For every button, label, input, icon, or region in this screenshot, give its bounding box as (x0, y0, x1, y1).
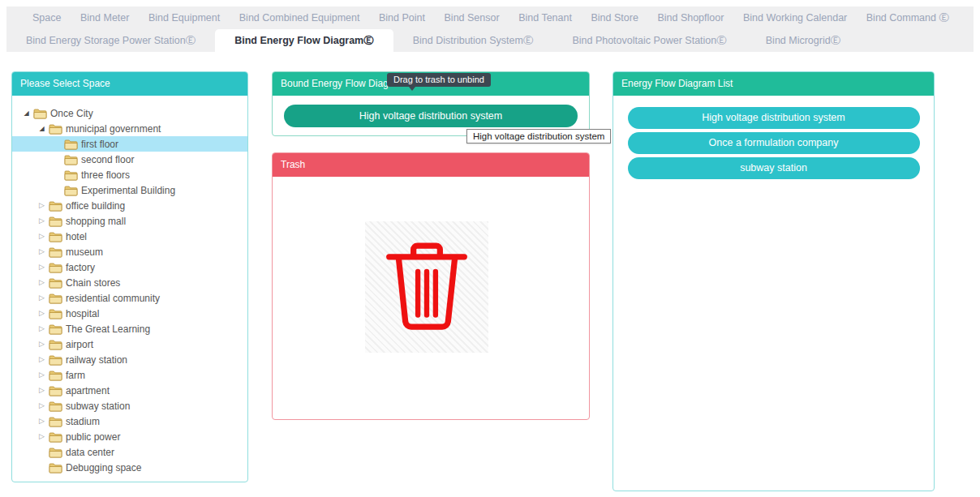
folder-icon (64, 169, 78, 181)
tab-bind-shopfloor[interactable]: Bind Shopfloor (657, 6, 724, 29)
tab-bind-energy-flow-diagram[interactable]: Bind Energy Flow DiagramⒺ (215, 29, 393, 52)
expand-toggle-icon[interactable]: ▷ (36, 275, 48, 290)
folder-icon (64, 139, 78, 150)
tree-node-shopping-mall[interactable]: ▷shopping mall (12, 213, 247, 229)
tab-bind-command[interactable]: Bind Command Ⓔ (866, 6, 949, 29)
tree-node-factory[interactable]: ▷factory (12, 259, 247, 275)
expand-toggle-icon[interactable]: ▷ (36, 290, 48, 306)
drag-hint-tooltip: Drag to trash to unbind (387, 73, 491, 87)
folder-icon (49, 431, 62, 443)
tree-node-label: hospital (66, 308, 99, 319)
tree-node-label: Experimental Building (81, 185, 175, 196)
tab-bind-equipment[interactable]: Bind Equipment (148, 6, 220, 29)
tree-node-chain-stores[interactable]: ▷Chain stores (12, 275, 247, 290)
tab-bind-working-calendar[interactable]: Bind Working Calendar (743, 6, 847, 29)
folder-icon (49, 123, 62, 135)
tree-node-label: residential community (66, 293, 160, 304)
tree-node-label: museum (66, 246, 103, 258)
tree-node-stadium[interactable]: ▷stadium (12, 413, 247, 429)
tab-bind-store[interactable]: Bind Store (591, 6, 638, 29)
tree-node-first-floor[interactable]: first floor (12, 136, 247, 152)
tab-bind-microgrid[interactable]: Bind MicrogridⒺ (746, 29, 860, 52)
expand-toggle-icon[interactable]: ▷ (36, 336, 48, 352)
list-panel-title: Energy Flow Diagram List (613, 72, 934, 96)
tree-node-museum[interactable]: ▷museum (12, 244, 247, 259)
tree-node-experimental-building[interactable]: Experimental Building (12, 182, 247, 198)
folder-icon (49, 293, 62, 304)
folder-icon (49, 385, 62, 396)
folder-icon (64, 185, 78, 196)
tree-node-office-building[interactable]: ▷office building (12, 198, 247, 213)
folder-icon (49, 262, 62, 273)
tree-node-apartment[interactable]: ▷apartment (12, 383, 247, 398)
expand-toggle-icon[interactable]: ▷ (36, 352, 48, 367)
tab-bind-photovoltaic-power-station[interactable]: Bind Photovoltaic Power StationⒺ (552, 29, 746, 52)
tree-node-farm[interactable]: ▷farm (12, 367, 247, 383)
tab-bind-energy-storage-power-station[interactable]: Bind Energy Storage Power StationⒺ (6, 29, 215, 52)
tree-node-data-center[interactable]: data center (12, 444, 247, 460)
tab-space[interactable]: Space (32, 6, 61, 29)
diagram-item-subway-station[interactable]: subway station (628, 157, 920, 179)
trash-icon (379, 235, 475, 339)
tab-bind-tenant[interactable]: Bind Tenant (518, 6, 572, 29)
expand-toggle-icon[interactable]: ▷ (36, 213, 48, 229)
tree-node-label: factory (66, 262, 95, 273)
folder-icon (49, 231, 62, 242)
folder-icon (49, 462, 62, 473)
hover-tooltip: High voltage distribution system (466, 129, 611, 144)
folder-icon (33, 108, 47, 119)
tree-node-residential-community[interactable]: ▷residential community (12, 290, 247, 306)
tree-node-label: apartment (66, 385, 110, 396)
diagram-item-once-a-formulation-company[interactable]: Once a formulation company (628, 132, 920, 154)
expand-toggle-icon[interactable]: ▷ (36, 244, 48, 259)
tab-bind-sensor[interactable]: Bind Sensor (445, 6, 500, 29)
diagram-item-high-voltage-distribution-system[interactable]: High voltage distribution system (628, 107, 920, 129)
expand-toggle-icon[interactable]: ▷ (36, 429, 48, 444)
expand-toggle-icon[interactable]: ▷ (36, 383, 48, 398)
tab-bind-distribution-system[interactable]: Bind Distribution SystemⒺ (393, 29, 553, 52)
expand-toggle-icon[interactable]: ▷ (36, 321, 48, 336)
tab-bind-meter[interactable]: Bind Meter (80, 6, 129, 29)
tree-node-label: farm (66, 370, 85, 381)
tree-node-airport[interactable]: ▷airport (12, 336, 247, 352)
collapse-toggle-icon[interactable]: ◢ (36, 121, 48, 136)
tree-node-label: The Great Learning (66, 323, 150, 335)
tree-node-debugging-space[interactable]: Debugging space (12, 460, 247, 475)
tree-node-the-great-learning[interactable]: ▷The Great Learning (12, 321, 247, 336)
trash-icon-backdrop (365, 221, 488, 353)
expand-toggle-icon[interactable]: ▷ (36, 306, 48, 321)
tree-node-three-floors[interactable]: three floors (12, 167, 247, 182)
trash-panel-title: Trash (273, 153, 589, 177)
expand-toggle-icon[interactable]: ▷ (36, 367, 48, 383)
tree-node-hospital[interactable]: ▷hospital (12, 306, 247, 321)
collapse-toggle-icon[interactable]: ◢ (20, 105, 32, 121)
expand-toggle-icon[interactable]: ▷ (36, 198, 48, 213)
folder-icon (49, 323, 62, 335)
trash-panel: Trash (272, 152, 590, 420)
tree-node-label: hotel (66, 231, 87, 242)
tree-node-public-power[interactable]: ▷public power (12, 429, 247, 444)
tree-node-subway-station[interactable]: ▷subway station (12, 398, 247, 413)
tree-node-municipal-government[interactable]: ◢municipal government (12, 121, 247, 136)
trash-drop-zone[interactable] (273, 177, 589, 420)
expand-toggle-icon[interactable]: ▷ (36, 229, 48, 244)
tree-node-second-floor[interactable]: second floor (12, 152, 247, 167)
expand-toggle-icon[interactable]: ▷ (36, 259, 48, 275)
bound-diagram-high-voltage-distribution-system[interactable]: High voltage distribution system (284, 105, 578, 127)
expand-toggle-icon[interactable]: ▷ (36, 398, 48, 413)
tree-node-once-city[interactable]: ◢Once City (12, 105, 247, 121)
tree-node-label: stadium (66, 416, 100, 427)
tab-bind-combined-equipment[interactable]: Bind Combined Equipment (239, 6, 360, 29)
folder-icon (49, 308, 62, 319)
diagram-list-panel: Energy Flow Diagram List High voltage di… (612, 71, 935, 491)
tree-node-label: first floor (81, 139, 118, 150)
tree-node-railway-station[interactable]: ▷railway station (12, 352, 247, 367)
space-panel-title: Please Select Space (12, 72, 247, 96)
tree-node-hotel[interactable]: ▷hotel (12, 229, 247, 244)
expand-toggle-icon[interactable]: ▷ (36, 413, 48, 429)
folder-icon (64, 154, 78, 165)
folder-icon (49, 447, 62, 458)
tree-node-label: data center (66, 447, 114, 458)
tree-node-label: airport (66, 339, 93, 350)
tab-bind-point[interactable]: Bind Point (379, 6, 425, 29)
